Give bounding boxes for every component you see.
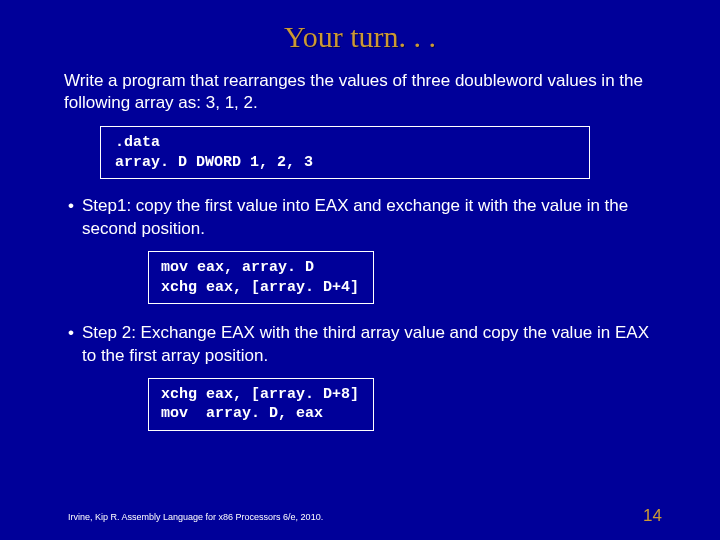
page-number: 14 [643, 506, 662, 526]
bullet-icon: • [68, 322, 82, 345]
step-1-label: Step1: copy the first value into EAX and… [82, 196, 628, 238]
code-block-step2: xchg eax, [array. D+8] mov array. D, eax [148, 378, 374, 431]
code-block-step1: mov eax, array. D xchg eax, [array. D+4] [148, 251, 374, 304]
step-1-text: •Step1: copy the first value into EAX an… [64, 195, 660, 241]
step-2-text: •Step 2: Exchange EAX with the third arr… [64, 322, 660, 368]
intro-text: Write a program that rearranges the valu… [64, 70, 660, 114]
bullet-icon: • [68, 195, 82, 218]
footer-citation: Irvine, Kip R. Assembly Language for x86… [68, 512, 323, 522]
slide-title: Your turn. . . [60, 20, 660, 54]
code-block-data: .data array. D DWORD 1, 2, 3 [100, 126, 590, 179]
slide: Your turn. . . Write a program that rear… [0, 0, 720, 449]
step-2-label: Step 2: Exchange EAX with the third arra… [82, 323, 649, 365]
